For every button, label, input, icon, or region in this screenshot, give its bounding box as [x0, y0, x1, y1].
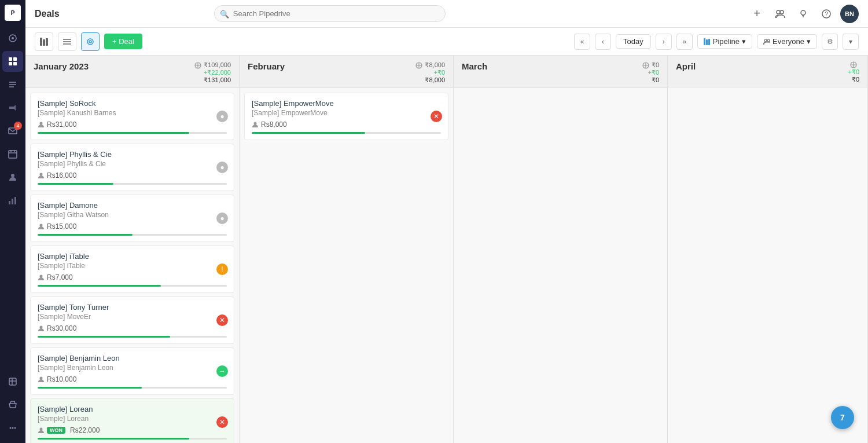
deal-org: [Sample] MoveEr	[38, 313, 227, 321]
sidebar-item-home[interactable]	[2, 28, 23, 49]
page-title: Deals	[35, 9, 60, 19]
deal-amount: Rs30,000	[38, 324, 227, 332]
svg-point-25	[14, 427, 16, 429]
deal-title: [Sample] EmpowerMove	[252, 99, 441, 108]
forecast-view-btn[interactable]	[81, 32, 100, 51]
svg-point-48	[40, 275, 43, 278]
deal-progress-bar	[38, 285, 227, 287]
sidebar: P 4	[0, 0, 25, 443]
svg-point-45	[40, 122, 43, 125]
new-deal-button[interactable]: + Deal	[104, 34, 142, 49]
deal-card[interactable]: [Sample] Phyllis & Cie[Sample] Phyllis &…	[30, 144, 234, 191]
deal-progress-bar	[38, 234, 227, 236]
deal-title: [Sample] SoRock	[38, 99, 227, 108]
sidebar-item-marketplace[interactable]	[2, 394, 23, 415]
app-logo[interactable]: P	[5, 5, 21, 21]
deal-progress-fill	[38, 234, 133, 236]
deal-title: [Sample] Tony Turner	[38, 303, 227, 312]
month-name: January 2023	[34, 61, 89, 71]
topbar-actions: + ? BN	[748, 5, 859, 23]
search-input[interactable]	[214, 5, 446, 22]
nav-last-btn[interactable]: »	[676, 34, 693, 50]
svg-rect-5	[13, 57, 17, 61]
deal-card[interactable]: [Sample] Tony Turner[Sample] MoveEr Rs30…	[30, 296, 234, 344]
deal-progress-bar	[38, 438, 227, 440]
deal-card[interactable]: [Sample] Lorean[Sample] LoreanWONRs22,00…	[30, 398, 234, 443]
deal-amount: Rs15,000	[38, 222, 227, 230]
deal-amount: Rs16,000	[38, 171, 227, 180]
help-button[interactable]: 7	[831, 406, 854, 429]
month-col-march: March ₹0+₹0₹0	[454, 56, 668, 443]
svg-rect-20	[9, 378, 16, 385]
add-button[interactable]: +	[748, 5, 766, 23]
svg-rect-32	[43, 39, 45, 46]
sidebar-item-reports[interactable]	[2, 190, 23, 211]
deal-progress-fill	[38, 387, 142, 389]
svg-rect-31	[40, 38, 42, 46]
month-cards	[668, 87, 867, 443]
svg-point-26	[777, 10, 780, 14]
team-icon-btn[interactable]	[771, 5, 789, 23]
sidebar-item-mail[interactable]: 4	[2, 120, 23, 141]
bulb-icon-btn[interactable]	[794, 5, 812, 23]
sidebar-item-calendar[interactable]	[2, 144, 23, 164]
toolbar-right: « ‹ Today › » Pipeline ▾ Everyone ▾ ⚙ ▾	[574, 34, 859, 50]
svg-point-28	[801, 10, 806, 15]
deal-card[interactable]: [Sample] EmpowerMove[Sample] EmpowerMove…	[244, 93, 448, 140]
month-stats: ₹8,000+₹0₹8,000	[415, 61, 445, 84]
sidebar-item-contacts[interactable]	[2, 167, 23, 188]
everyone-label: Everyone	[773, 37, 804, 46]
pipeline-label: Pipeline	[713, 37, 740, 46]
deal-org: [Sample] Benjamin Leon	[38, 364, 227, 372]
deal-progress-bar	[38, 387, 227, 389]
svg-point-27	[780, 10, 784, 14]
deal-progress-fill	[38, 285, 161, 287]
timeline: January 2023 ₹109,000+₹22,000₹131,000[Sa…	[25, 56, 868, 443]
sidebar-item-products[interactable]	[2, 371, 23, 392]
month-name: February	[248, 61, 285, 71]
everyone-dropdown[interactable]: Everyone ▾	[757, 34, 817, 49]
more-options-btn[interactable]: ▾	[843, 34, 859, 50]
sidebar-item-deals[interactable]	[2, 51, 23, 72]
help-icon-btn[interactable]: ?	[817, 5, 836, 23]
deal-progress-fill	[38, 438, 189, 440]
sidebar-item-activities[interactable]	[2, 74, 23, 95]
user-avatar[interactable]: BN	[840, 5, 859, 23]
month-header: March ₹0+₹0₹0	[454, 56, 667, 88]
svg-point-46	[40, 173, 43, 176]
deal-title: [Sample] iTable	[38, 252, 227, 261]
deal-card[interactable]: [Sample] SoRock[Sample] Kanushi Barnes R…	[30, 93, 234, 140]
deal-title: [Sample] Damone	[38, 201, 227, 210]
nav-next-btn[interactable]: ›	[656, 34, 672, 50]
deal-title: [Sample] Phyllis & Cie	[38, 150, 227, 159]
pipeline-chevron: ▾	[742, 37, 746, 46]
deal-status-icon: ●	[216, 162, 228, 173]
deal-progress-fill	[38, 336, 170, 338]
today-btn[interactable]: Today	[616, 34, 651, 49]
deal-card[interactable]: [Sample] Damone[Sample] Githa Watson Rs1…	[30, 195, 234, 242]
deal-card[interactable]: [Sample] Benjamin Leon[Sample] Benjamin …	[30, 347, 234, 395]
deal-card[interactable]: [Sample] iTable[Sample] iTable Rs7,000!	[30, 246, 234, 293]
svg-point-51	[40, 428, 43, 431]
svg-point-47	[40, 224, 43, 227]
sidebar-item-campaigns[interactable]	[2, 97, 23, 118]
deal-status-icon: →	[216, 365, 228, 377]
svg-rect-18	[12, 199, 13, 204]
month-header: April +₹0₹0	[668, 56, 867, 87]
pipeline-dropdown[interactable]: Pipeline ▾	[697, 34, 752, 49]
pipeline-view-btn[interactable]	[35, 32, 53, 51]
svg-point-37	[87, 39, 93, 45]
list-view-btn[interactable]	[58, 32, 76, 51]
deal-title: [Sample] Lorean	[38, 405, 227, 413]
svg-rect-19	[14, 197, 16, 204]
nav-first-btn[interactable]: «	[574, 34, 590, 50]
deal-progress-bar	[38, 183, 227, 185]
search-bar: 🔍	[214, 5, 446, 22]
svg-point-38	[89, 41, 91, 43]
deal-org: [Sample] iTable	[38, 262, 227, 270]
settings-btn[interactable]: ⚙	[822, 34, 838, 50]
sidebar-item-more[interactable]	[2, 418, 23, 438]
month-cards	[454, 88, 667, 443]
main-content: Deals 🔍 + ? BN + Deal	[25, 0, 868, 443]
nav-prev-btn[interactable]: ‹	[595, 34, 611, 50]
